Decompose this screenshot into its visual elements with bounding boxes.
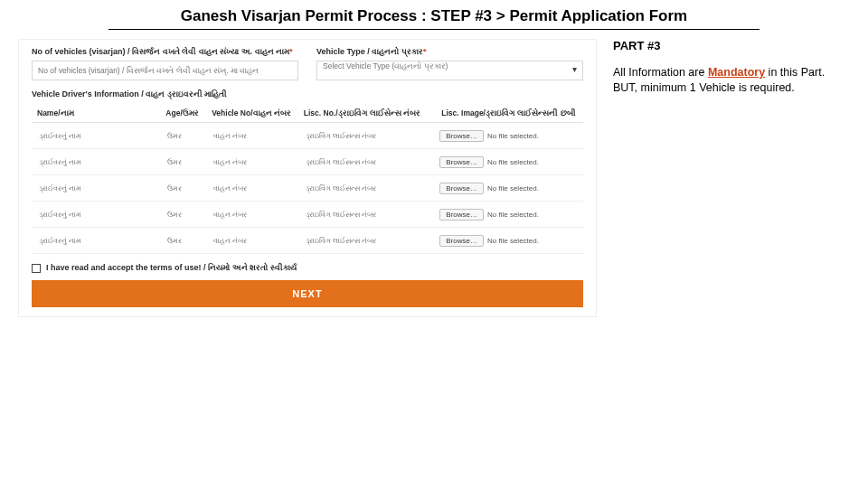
- table-row: Browse…No file selected.: [32, 228, 583, 254]
- licence-no-input[interactable]: [302, 127, 433, 145]
- table-row: Browse…No file selected.: [32, 202, 583, 228]
- vehicle-count-group: No of vehicles (visarjan) / વિસર્જન વખતે…: [32, 47, 298, 80]
- vehicle-type-label-text: Vehicle Type / વાહનનો પ્રકાર: [316, 47, 423, 56]
- browse-button[interactable]: Browse…: [439, 235, 484, 247]
- driver-age-input[interactable]: [164, 127, 203, 145]
- driver-name-input[interactable]: [35, 127, 156, 145]
- driver-info-heading: Vehicle Driver's Information / વાહન ડ્રા…: [32, 89, 583, 99]
- licence-no-input[interactable]: [302, 179, 433, 197]
- col-vehicle-no: Vehicle No/વાહન નંબર: [206, 105, 298, 123]
- terms-row: I have read and accept the terms of use!…: [32, 263, 583, 273]
- driver-age-input[interactable]: [164, 153, 203, 171]
- no-file-label: No file selected.: [487, 211, 539, 219]
- licence-no-input[interactable]: [302, 231, 433, 249]
- col-name: Name/નામ: [32, 105, 160, 123]
- driver-age-input[interactable]: [164, 179, 203, 197]
- no-file-label: No file selected.: [487, 132, 539, 140]
- licence-no-input[interactable]: [302, 205, 433, 223]
- vehicle-no-input[interactable]: [210, 231, 295, 249]
- page-title: Ganesh Visarjan Permit Process : STEP #3…: [108, 0, 760, 30]
- vehicle-count-input[interactable]: [32, 61, 298, 80]
- driver-table: Name/નામ Age/ઉમર Vehicle No/વાહન નંબર Li…: [32, 105, 583, 254]
- browse-button[interactable]: Browse…: [439, 130, 484, 142]
- col-licence-no: Lisc. No./ડ્રાઇવિંગ લાઈસેન્સ નંબર: [298, 105, 437, 123]
- vehicle-type-select[interactable]: Select Vehicle Type (વાહનનો પ્રકાર): [316, 61, 583, 80]
- table-row: Browse…No file selected.: [32, 123, 583, 149]
- browse-button[interactable]: Browse…: [439, 209, 484, 221]
- part-heading: PART #3: [613, 39, 834, 52]
- content-wrap: No of vehicles (visarjan) / વિસર્જન વખતે…: [0, 39, 868, 317]
- driver-age-input[interactable]: [164, 205, 203, 223]
- side-note-text: All Information are Mandatory in this Pa…: [613, 65, 834, 96]
- required-asterisk: *: [423, 47, 427, 56]
- terms-label: I have read and accept the terms of use!…: [46, 263, 297, 273]
- no-file-label: No file selected.: [487, 237, 539, 245]
- next-button[interactable]: NEXT: [32, 280, 583, 307]
- driver-name-input[interactable]: [35, 231, 156, 249]
- browse-button[interactable]: Browse…: [439, 156, 484, 168]
- vehicle-type-selected: Select Vehicle Type (વાહનનો પ્રકાર): [323, 61, 448, 70]
- col-age: Age/ઉમર: [160, 105, 206, 123]
- vehicle-no-input[interactable]: [210, 153, 295, 171]
- driver-age-input[interactable]: [164, 231, 203, 249]
- table-row: Browse…No file selected.: [32, 175, 583, 202]
- vehicle-count-label-text: No of vehicles (visarjan) / વિસર્જન વખતે…: [32, 47, 289, 56]
- no-file-label: No file selected.: [487, 184, 539, 192]
- top-row: No of vehicles (visarjan) / વિસર્જન વખતે…: [32, 47, 583, 80]
- terms-checkbox[interactable]: [32, 264, 41, 273]
- vehicle-count-label: No of vehicles (visarjan) / વિસર્જન વખતે…: [32, 47, 298, 57]
- vehicle-no-input[interactable]: [210, 205, 295, 223]
- required-asterisk: *: [289, 47, 293, 56]
- table-row: Browse…No file selected.: [32, 149, 583, 175]
- driver-name-input[interactable]: [35, 153, 156, 171]
- vehicle-no-input[interactable]: [210, 127, 295, 145]
- driver-name-input[interactable]: [35, 205, 156, 223]
- no-file-label: No file selected.: [487, 158, 539, 166]
- side-notes: PART #3 All Information are Mandatory in…: [597, 39, 850, 96]
- vehicle-type-group: Vehicle Type / વાહનનો પ્રકાર* Select Veh…: [316, 47, 583, 80]
- form-panel: No of vehicles (visarjan) / વિસર્જન વખતે…: [18, 39, 597, 317]
- driver-name-input[interactable]: [35, 179, 156, 197]
- table-header-row: Name/નામ Age/ઉમર Vehicle No/વાહન નંબર Li…: [32, 105, 583, 123]
- side-text-a: All Information are: [613, 66, 708, 79]
- mandatory-word: Mandatory: [708, 66, 765, 79]
- browse-button[interactable]: Browse…: [439, 183, 484, 194]
- vehicle-type-label: Vehicle Type / વાહનનો પ્રકાર*: [316, 47, 583, 57]
- vehicle-no-input[interactable]: [210, 179, 295, 197]
- col-licence-image: Lisc. Image/ડ્રાઇવિંગ લાઈસેન્સની છબી: [436, 105, 583, 123]
- licence-no-input[interactable]: [302, 153, 433, 171]
